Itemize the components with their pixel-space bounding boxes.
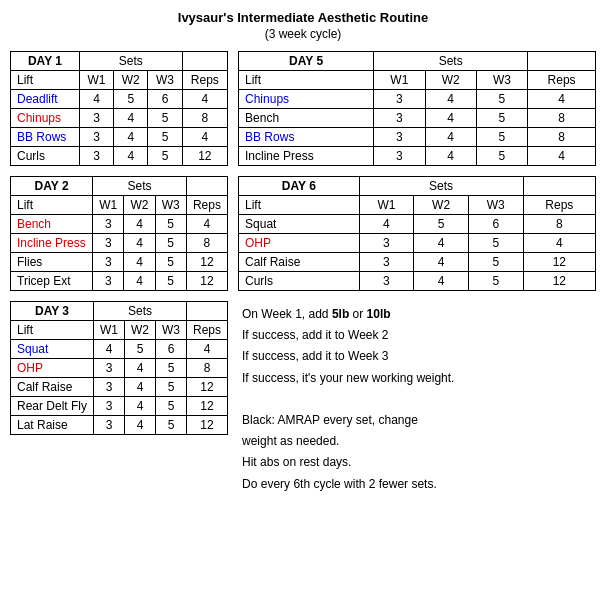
day6-table: DAY 6 Sets Lift W1 W2 W3 Reps Squat 4 5 … (238, 176, 596, 291)
table-row: BB Rows 3 4 5 8 (239, 128, 596, 147)
table-row: Calf Raise 3 4 5 12 (11, 378, 228, 397)
page-title: Ivysaur's Intermediate Aesthetic Routine (10, 10, 596, 25)
day1-table: DAY 1 Sets Lift W1 W2 W3 Reps Deadlift 4… (10, 51, 228, 166)
table-row: Incline Press 3 4 5 4 (239, 147, 596, 166)
table-row: Incline Press 3 4 5 8 (11, 234, 228, 253)
table-row: Tricep Ext 3 4 5 12 (11, 272, 228, 291)
day1-sets-label: Sets (79, 52, 182, 71)
table-row: Rear Delt Fly 3 4 5 12 (11, 397, 228, 416)
table-row: Calf Raise 3 4 5 12 (239, 253, 596, 272)
table-row: Curls 3 4 5 12 (239, 272, 596, 291)
notes-line5: Black: AMRAP every set, change (242, 411, 592, 430)
notes-line1: On Week 1, add 5lb or 10lb (242, 305, 592, 324)
table-row: Bench 3 4 5 4 (11, 215, 228, 234)
table-row: Squat 4 5 6 4 (11, 340, 228, 359)
notes-line4: If success, it's your new working weight… (242, 369, 592, 388)
table-row: Lat Raise 3 4 5 12 (11, 416, 228, 435)
day1-header: DAY 1 (11, 52, 80, 71)
notes-line3: If success, add it to Week 3 (242, 347, 592, 366)
day2-header: DAY 2 (11, 177, 93, 196)
page-subtitle: (3 week cycle) (10, 27, 596, 41)
notes-spacer (242, 390, 592, 409)
day6-header: DAY 6 (239, 177, 360, 196)
table-row: OHP 3 4 5 8 (11, 359, 228, 378)
table-row: OHP 3 4 5 4 (239, 234, 596, 253)
day3-header: DAY 3 (11, 302, 94, 321)
notes-line8: Do every 6th cycle with 2 fewer sets. (242, 475, 592, 494)
table-row: Deadlift 4 5 6 4 (11, 90, 228, 109)
table-row: Chinups 3 4 5 4 (239, 90, 596, 109)
day2-table: DAY 2 Sets Lift W1 W2 W3 Reps Bench 3 4 … (10, 176, 228, 291)
table-row: Curls 3 4 5 12 (11, 147, 228, 166)
notes-section: On Week 1, add 5lb or 10lb If success, a… (238, 301, 596, 500)
day5-header: DAY 5 (239, 52, 374, 71)
table-row: Squat 4 5 6 8 (239, 215, 596, 234)
day3-table: DAY 3 Sets Lift W1 W2 W3 Reps Squat 4 5 … (10, 301, 228, 435)
table-row: Flies 3 4 5 12 (11, 253, 228, 272)
day5-table: DAY 5 Sets Lift W1 W2 W3 Reps Chinups 3 … (238, 51, 596, 166)
table-row: Chinups 3 4 5 8 (11, 109, 228, 128)
table-row: Bench 3 4 5 8 (239, 109, 596, 128)
notes-line2: If success, add it to Week 2 (242, 326, 592, 345)
notes-line7: Hit abs on rest days. (242, 453, 592, 472)
table-row: BB Rows 3 4 5 4 (11, 128, 228, 147)
notes-line6: weight as needed. (242, 432, 592, 451)
